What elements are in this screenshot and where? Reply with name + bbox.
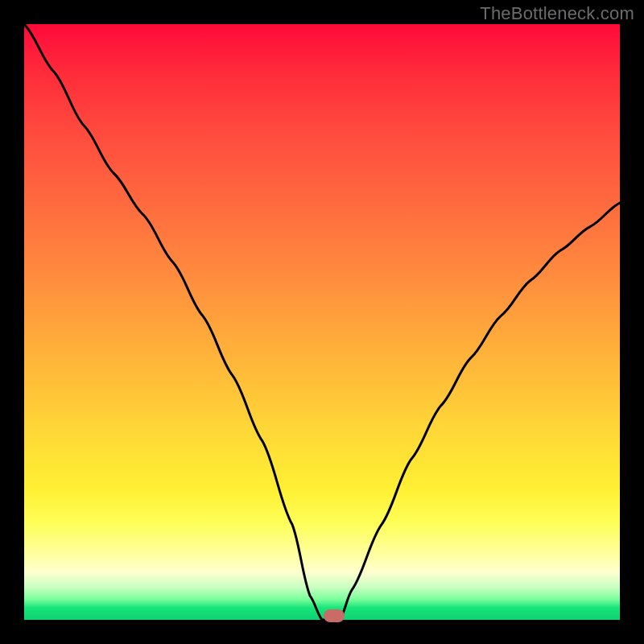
- minimum-marker: [324, 609, 345, 622]
- plot-area: [24, 24, 620, 620]
- curve-svg: [24, 24, 620, 620]
- bottleneck-curve: [24, 24, 620, 620]
- chart-frame: TheBottleneck.com: [0, 0, 644, 644]
- watermark-text: TheBottleneck.com: [480, 3, 634, 24]
